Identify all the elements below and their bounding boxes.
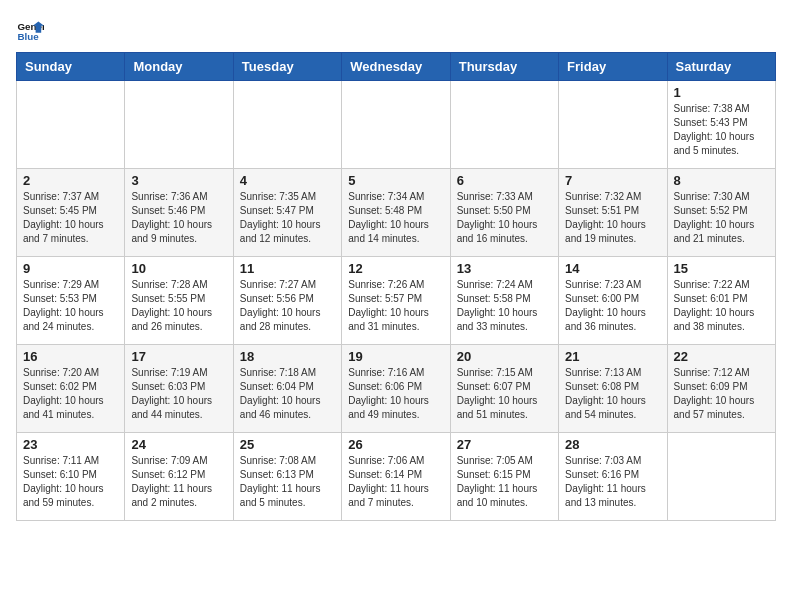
- calendar-cell: 23Sunrise: 7:11 AMSunset: 6:10 PMDayligh…: [17, 433, 125, 521]
- week-row-2: 2Sunrise: 7:37 AMSunset: 5:45 PMDaylight…: [17, 169, 776, 257]
- calendar-cell: 8Sunrise: 7:30 AMSunset: 5:52 PMDaylight…: [667, 169, 775, 257]
- day-info: Sunrise: 7:22 AMSunset: 6:01 PMDaylight:…: [674, 278, 769, 334]
- day-info: Sunrise: 7:18 AMSunset: 6:04 PMDaylight:…: [240, 366, 335, 422]
- calendar-cell: 6Sunrise: 7:33 AMSunset: 5:50 PMDaylight…: [450, 169, 558, 257]
- day-info: Sunrise: 7:05 AMSunset: 6:15 PMDaylight:…: [457, 454, 552, 510]
- week-row-3: 9Sunrise: 7:29 AMSunset: 5:53 PMDaylight…: [17, 257, 776, 345]
- calendar-cell: 2Sunrise: 7:37 AMSunset: 5:45 PMDaylight…: [17, 169, 125, 257]
- weekday-header-row: SundayMondayTuesdayWednesdayThursdayFrid…: [17, 53, 776, 81]
- day-info: Sunrise: 7:15 AMSunset: 6:07 PMDaylight:…: [457, 366, 552, 422]
- day-number: 27: [457, 437, 552, 452]
- day-info: Sunrise: 7:09 AMSunset: 6:12 PMDaylight:…: [131, 454, 226, 510]
- weekday-header-tuesday: Tuesday: [233, 53, 341, 81]
- day-number: 9: [23, 261, 118, 276]
- calendar-table: SundayMondayTuesdayWednesdayThursdayFrid…: [16, 52, 776, 521]
- calendar-cell: 13Sunrise: 7:24 AMSunset: 5:58 PMDayligh…: [450, 257, 558, 345]
- day-info: Sunrise: 7:12 AMSunset: 6:09 PMDaylight:…: [674, 366, 769, 422]
- calendar-cell: 27Sunrise: 7:05 AMSunset: 6:15 PMDayligh…: [450, 433, 558, 521]
- day-number: 20: [457, 349, 552, 364]
- day-number: 11: [240, 261, 335, 276]
- calendar-cell: 22Sunrise: 7:12 AMSunset: 6:09 PMDayligh…: [667, 345, 775, 433]
- calendar-cell: 21Sunrise: 7:13 AMSunset: 6:08 PMDayligh…: [559, 345, 667, 433]
- day-info: Sunrise: 7:11 AMSunset: 6:10 PMDaylight:…: [23, 454, 118, 510]
- day-number: 22: [674, 349, 769, 364]
- week-row-4: 16Sunrise: 7:20 AMSunset: 6:02 PMDayligh…: [17, 345, 776, 433]
- calendar-cell: 15Sunrise: 7:22 AMSunset: 6:01 PMDayligh…: [667, 257, 775, 345]
- weekday-header-thursday: Thursday: [450, 53, 558, 81]
- day-info: Sunrise: 7:08 AMSunset: 6:13 PMDaylight:…: [240, 454, 335, 510]
- day-info: Sunrise: 7:27 AMSunset: 5:56 PMDaylight:…: [240, 278, 335, 334]
- day-number: 8: [674, 173, 769, 188]
- day-info: Sunrise: 7:32 AMSunset: 5:51 PMDaylight:…: [565, 190, 660, 246]
- day-info: Sunrise: 7:03 AMSunset: 6:16 PMDaylight:…: [565, 454, 660, 510]
- day-number: 12: [348, 261, 443, 276]
- logo-icon: General Blue: [16, 16, 44, 44]
- day-info: Sunrise: 7:36 AMSunset: 5:46 PMDaylight:…: [131, 190, 226, 246]
- day-info: Sunrise: 7:35 AMSunset: 5:47 PMDaylight:…: [240, 190, 335, 246]
- day-number: 3: [131, 173, 226, 188]
- calendar-cell: [125, 81, 233, 169]
- calendar-cell: 3Sunrise: 7:36 AMSunset: 5:46 PMDaylight…: [125, 169, 233, 257]
- weekday-header-wednesday: Wednesday: [342, 53, 450, 81]
- day-number: 2: [23, 173, 118, 188]
- day-number: 10: [131, 261, 226, 276]
- day-number: 24: [131, 437, 226, 452]
- day-info: Sunrise: 7:19 AMSunset: 6:03 PMDaylight:…: [131, 366, 226, 422]
- day-info: Sunrise: 7:13 AMSunset: 6:08 PMDaylight:…: [565, 366, 660, 422]
- day-info: Sunrise: 7:29 AMSunset: 5:53 PMDaylight:…: [23, 278, 118, 334]
- day-number: 4: [240, 173, 335, 188]
- day-number: 7: [565, 173, 660, 188]
- calendar-cell: 24Sunrise: 7:09 AMSunset: 6:12 PMDayligh…: [125, 433, 233, 521]
- weekday-header-sunday: Sunday: [17, 53, 125, 81]
- day-number: 21: [565, 349, 660, 364]
- calendar-cell: 28Sunrise: 7:03 AMSunset: 6:16 PMDayligh…: [559, 433, 667, 521]
- week-row-5: 23Sunrise: 7:11 AMSunset: 6:10 PMDayligh…: [17, 433, 776, 521]
- calendar-cell: 9Sunrise: 7:29 AMSunset: 5:53 PMDaylight…: [17, 257, 125, 345]
- day-info: Sunrise: 7:30 AMSunset: 5:52 PMDaylight:…: [674, 190, 769, 246]
- calendar-cell: 25Sunrise: 7:08 AMSunset: 6:13 PMDayligh…: [233, 433, 341, 521]
- day-info: Sunrise: 7:38 AMSunset: 5:43 PMDaylight:…: [674, 102, 769, 158]
- header: General Blue: [16, 16, 776, 44]
- day-number: 16: [23, 349, 118, 364]
- logo: General Blue: [16, 16, 48, 44]
- calendar-cell: 11Sunrise: 7:27 AMSunset: 5:56 PMDayligh…: [233, 257, 341, 345]
- day-info: Sunrise: 7:37 AMSunset: 5:45 PMDaylight:…: [23, 190, 118, 246]
- calendar-cell: 7Sunrise: 7:32 AMSunset: 5:51 PMDaylight…: [559, 169, 667, 257]
- calendar-cell: 26Sunrise: 7:06 AMSunset: 6:14 PMDayligh…: [342, 433, 450, 521]
- calendar-cell: [233, 81, 341, 169]
- day-info: Sunrise: 7:34 AMSunset: 5:48 PMDaylight:…: [348, 190, 443, 246]
- day-info: Sunrise: 7:20 AMSunset: 6:02 PMDaylight:…: [23, 366, 118, 422]
- day-number: 15: [674, 261, 769, 276]
- day-number: 14: [565, 261, 660, 276]
- calendar-cell: [450, 81, 558, 169]
- day-info: Sunrise: 7:23 AMSunset: 6:00 PMDaylight:…: [565, 278, 660, 334]
- day-info: Sunrise: 7:16 AMSunset: 6:06 PMDaylight:…: [348, 366, 443, 422]
- calendar-cell: 12Sunrise: 7:26 AMSunset: 5:57 PMDayligh…: [342, 257, 450, 345]
- calendar-cell: 18Sunrise: 7:18 AMSunset: 6:04 PMDayligh…: [233, 345, 341, 433]
- day-number: 26: [348, 437, 443, 452]
- day-info: Sunrise: 7:33 AMSunset: 5:50 PMDaylight:…: [457, 190, 552, 246]
- day-info: Sunrise: 7:28 AMSunset: 5:55 PMDaylight:…: [131, 278, 226, 334]
- weekday-header-monday: Monday: [125, 53, 233, 81]
- calendar-cell: 10Sunrise: 7:28 AMSunset: 5:55 PMDayligh…: [125, 257, 233, 345]
- calendar-cell: [559, 81, 667, 169]
- calendar-cell: [667, 433, 775, 521]
- day-number: 18: [240, 349, 335, 364]
- day-number: 25: [240, 437, 335, 452]
- day-info: Sunrise: 7:26 AMSunset: 5:57 PMDaylight:…: [348, 278, 443, 334]
- calendar-cell: 19Sunrise: 7:16 AMSunset: 6:06 PMDayligh…: [342, 345, 450, 433]
- day-number: 17: [131, 349, 226, 364]
- calendar-cell: 5Sunrise: 7:34 AMSunset: 5:48 PMDaylight…: [342, 169, 450, 257]
- day-info: Sunrise: 7:06 AMSunset: 6:14 PMDaylight:…: [348, 454, 443, 510]
- day-number: 19: [348, 349, 443, 364]
- day-number: 5: [348, 173, 443, 188]
- day-number: 23: [23, 437, 118, 452]
- weekday-header-saturday: Saturday: [667, 53, 775, 81]
- calendar-cell: 20Sunrise: 7:15 AMSunset: 6:07 PMDayligh…: [450, 345, 558, 433]
- calendar-cell: 17Sunrise: 7:19 AMSunset: 6:03 PMDayligh…: [125, 345, 233, 433]
- calendar-cell: 16Sunrise: 7:20 AMSunset: 6:02 PMDayligh…: [17, 345, 125, 433]
- day-info: Sunrise: 7:24 AMSunset: 5:58 PMDaylight:…: [457, 278, 552, 334]
- calendar-cell: 4Sunrise: 7:35 AMSunset: 5:47 PMDaylight…: [233, 169, 341, 257]
- calendar-cell: [17, 81, 125, 169]
- calendar-cell: 1Sunrise: 7:38 AMSunset: 5:43 PMDaylight…: [667, 81, 775, 169]
